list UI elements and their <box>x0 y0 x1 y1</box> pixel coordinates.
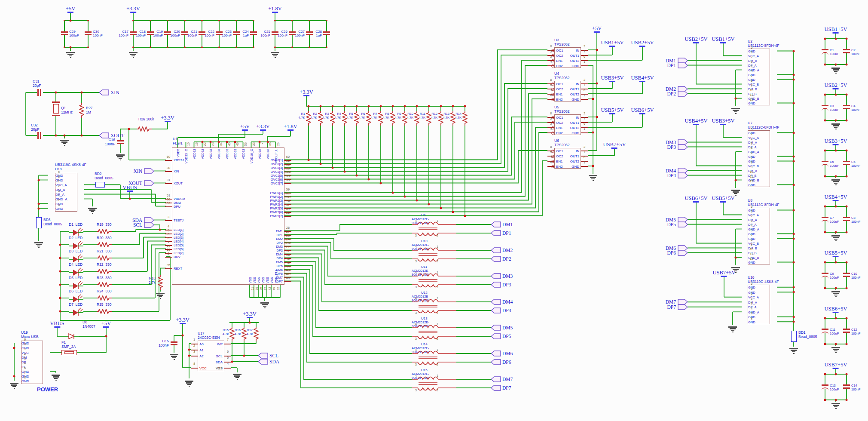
power-flag[interactable]: USB7+5V <box>713 270 736 277</box>
power-flag[interactable]: USB5+5V <box>601 108 624 114</box>
bd1-label: BD1Bead_0805 <box>798 330 817 339</box>
led-row[interactable]: D1 LED R19 330 <box>60 222 172 236</box>
power-flag[interactable]: USB4+5V <box>825 194 847 201</box>
capacitor-c32[interactable] <box>37 132 42 139</box>
power-flag[interactable]: USB7+5V <box>825 362 847 369</box>
fuse-f1[interactable] <box>61 350 77 355</box>
ic-pin-row: 1 A0 WP 7 <box>198 341 224 347</box>
power-flag[interactable]: +3.3V <box>161 115 174 122</box>
power-flag[interactable]: USB2+5V <box>631 40 654 47</box>
power-flag[interactable]: VBUS <box>122 185 137 192</box>
power-flag[interactable]: +5V <box>101 321 111 328</box>
power-flag[interactable]: USB2+5V <box>685 37 708 43</box>
power-net-label: +1.8V <box>284 123 297 129</box>
junction-dot <box>793 316 795 318</box>
junction-dot <box>392 191 394 194</box>
pin-number: 3 <box>415 389 417 392</box>
power-flag[interactable]: USB4+5V <box>685 118 708 125</box>
power-flag[interactable]: USB3+5V <box>825 138 847 145</box>
led-row[interactable]: D4 LED R22 330 <box>60 262 172 276</box>
power-flag[interactable]: +1.8V <box>268 6 282 13</box>
capacitor-label: C7100uF <box>830 216 839 224</box>
capacitor[interactable]: C9100uF <box>822 273 828 277</box>
power-flag[interactable]: USB6+5V <box>825 306 847 313</box>
capacitor[interactable]: C13100uF <box>822 384 828 389</box>
led-row[interactable]: D2 LED R20 330 <box>60 236 172 249</box>
power-flag[interactable]: +5V <box>240 124 250 131</box>
capacitor[interactable]: C7100uF <box>822 217 828 221</box>
resistor[interactable]: R174.7k <box>254 327 259 341</box>
capacitor[interactable]: C1100uF <box>822 49 828 53</box>
led-row[interactable]: D7 LED R25 330 <box>60 302 172 316</box>
capacitor[interactable]: C241uF <box>250 21 257 47</box>
ic-pin-row: 8GND <box>748 320 770 325</box>
power-flag[interactable]: USB6+5V <box>631 108 654 114</box>
power-flag[interactable]: +3.3V <box>256 124 270 131</box>
ferrite-bead-bd2[interactable] <box>95 182 105 187</box>
power-flag[interactable]: +1.8V <box>284 124 297 131</box>
capacitor[interactable]: C12100nF <box>843 329 850 333</box>
capacitor[interactable]: C6100nF <box>843 161 850 165</box>
ic-pin-row: 2DRV <box>172 255 224 259</box>
resistor[interactable]: R14 4.7K <box>462 111 468 126</box>
capacitor[interactable]: C29100uF <box>61 21 68 47</box>
resistor-r27[interactable] <box>79 103 84 118</box>
led-row[interactable]: D3 LED R21 330 <box>60 249 172 262</box>
ic-pin-vertical: 28 VDD33 <box>207 149 215 159</box>
capacitor-c31[interactable] <box>37 89 42 96</box>
junction-dot <box>824 231 826 234</box>
power-flag[interactable]: +3.3V <box>126 6 140 13</box>
power-flag[interactable]: +3.3V <box>176 317 189 324</box>
wire <box>284 273 412 363</box>
capacitor[interactable]: C2100nF <box>843 49 850 53</box>
capacitor-c15[interactable] <box>171 341 177 345</box>
power-flag[interactable]: USB4+5V <box>631 75 654 82</box>
ferrite-bead-bd1[interactable] <box>791 331 797 342</box>
power-flag[interactable]: VBUS <box>50 321 64 328</box>
power-flag[interactable]: +3.3V <box>300 89 313 96</box>
capacitor[interactable]: C281uF <box>323 21 330 47</box>
led-row[interactable]: D6 LED R24 330 <box>60 289 172 302</box>
led-icon <box>69 240 83 249</box>
capacitor[interactable]: C8100nF <box>843 217 850 221</box>
u1-chip[interactable]: 9 VDD5 10 VDD33_O 16 VDD33 22 VDD33 28 V… <box>172 148 284 285</box>
u19-chip[interactable]: 9GND 6GND 1VCC 2DM 3DP 4ID 5GND 7GND 8GN… <box>21 341 43 384</box>
ic-pin-vertical: 32VSS_PLL <box>274 269 278 283</box>
capacitor[interactable]: C4100nF <box>843 105 850 109</box>
power-flag[interactable]: USB5+5V <box>825 250 847 257</box>
power-flag[interactable]: USB2+5V <box>825 83 847 89</box>
power-flag[interactable]: USB1+5V <box>601 40 624 47</box>
power-flag[interactable]: USB5+5V <box>712 196 735 203</box>
power-flag[interactable]: +5V <box>592 26 602 33</box>
capacitor[interactable]: C11100uF <box>822 329 828 333</box>
resistor-r26[interactable] <box>137 126 152 132</box>
u17-chip[interactable]: 1 A0 WP 7 2 A1 3 A2 SCL 6 SDA 5 <box>198 341 224 371</box>
resistor[interactable]: R164.7k <box>241 327 247 341</box>
capacitor[interactable]: C23100nF <box>233 21 240 47</box>
power-flag[interactable]: USB3+5V <box>712 118 735 125</box>
power-flag[interactable]: +3.3V <box>243 311 257 318</box>
power-flag[interactable]: USB3+5V <box>601 75 624 82</box>
led-icon <box>69 307 83 316</box>
capacitor[interactable]: C30100nF <box>85 21 92 47</box>
capacitor[interactable]: C5100uF <box>822 161 828 165</box>
capacitor[interactable]: C27100nF <box>306 21 313 47</box>
u18-chip[interactable]: 5 GND 6 GND 1 VCC_A 2 DM_A 3 DP_A 4 GND_… <box>55 173 77 212</box>
u16-chip[interactable]: 5GND 6GND 1VCC_A 2DM_A 3DP_A 4GND_A 7GND… <box>748 285 770 324</box>
power-flag[interactable]: +5V <box>66 6 75 13</box>
ferrite-bead-bd3[interactable] <box>36 217 42 228</box>
capacitor-c16[interactable] <box>117 140 124 144</box>
capacitor[interactable]: C10100nF <box>843 273 850 277</box>
resistor-r18[interactable] <box>158 275 163 290</box>
power-flag[interactable]: USB6+5V <box>685 196 708 203</box>
d8-label: D81N4007 <box>83 320 95 329</box>
capacitor[interactable]: C3100uF <box>822 105 828 109</box>
power-flag[interactable]: USB1+5V <box>712 37 735 43</box>
resistor[interactable]: R154.7k <box>229 327 235 341</box>
power-flag[interactable]: USB1+5V <box>825 27 847 34</box>
diode-d8[interactable] <box>65 333 79 339</box>
power-flag[interactable]: USB7+5V <box>603 142 626 149</box>
capacitor[interactable]: C14100nF <box>843 384 850 389</box>
wire <box>284 281 412 388</box>
junction-dot <box>824 150 826 152</box>
